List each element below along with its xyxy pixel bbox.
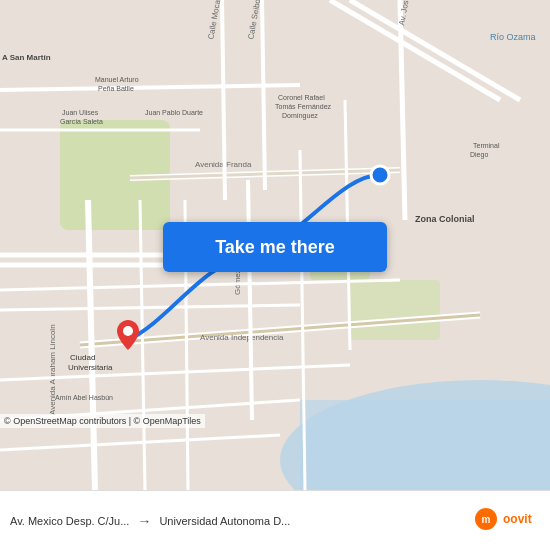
bottom-bar: Av. Mexico Desp. C/Ju... → Universidad A… bbox=[0, 490, 550, 550]
svg-rect-5 bbox=[350, 280, 440, 340]
svg-text:A San Martín: A San Martín bbox=[2, 53, 51, 62]
destination-pin bbox=[117, 320, 139, 354]
moovit-logo: m oovit bbox=[475, 508, 540, 534]
map-attribution: © OpenStreetMap contributors | © OpenMap… bbox=[0, 414, 205, 428]
svg-text:García Saleta: García Saleta bbox=[60, 118, 103, 125]
svg-text:Terminal: Terminal bbox=[473, 142, 500, 149]
svg-point-54 bbox=[123, 326, 133, 336]
svg-text:Río Ozama: Río Ozama bbox=[490, 32, 536, 42]
svg-text:Manuel Arturo: Manuel Arturo bbox=[95, 76, 139, 83]
svg-text:Juan Ulises: Juan Ulises bbox=[62, 109, 99, 116]
to-location-label: Universidad Autonoma D... bbox=[159, 515, 290, 527]
svg-rect-2 bbox=[300, 400, 550, 490]
svg-text:Amín Abel Hasbún: Amín Abel Hasbún bbox=[55, 394, 113, 401]
svg-text:Juan Pablo Duarte: Juan Pablo Duarte bbox=[145, 109, 203, 116]
svg-text:Domínguez: Domínguez bbox=[282, 112, 318, 120]
svg-text:Coronel Rafael: Coronel Rafael bbox=[278, 94, 325, 101]
svg-point-53 bbox=[371, 166, 389, 184]
svg-text:Tomás Fernández: Tomás Fernández bbox=[275, 103, 332, 110]
svg-text:Peña Batlle: Peña Batlle bbox=[98, 85, 134, 92]
take-me-there-button[interactable]: Take me there bbox=[163, 222, 387, 272]
svg-text:Diego: Diego bbox=[470, 151, 488, 159]
svg-text:Zona Colonial: Zona Colonial bbox=[415, 214, 475, 224]
svg-text:Gómez: Gómez bbox=[233, 269, 242, 295]
svg-text:Avenida Abraham Lincoln: Avenida Abraham Lincoln bbox=[48, 324, 57, 415]
svg-text:oovit: oovit bbox=[503, 512, 532, 526]
from-location-label: Av. Mexico Desp. C/Ju... bbox=[10, 515, 129, 527]
svg-text:Avenida Independencia: Avenida Independencia bbox=[200, 333, 284, 342]
svg-text:m: m bbox=[482, 514, 491, 525]
svg-text:Ciudad: Ciudad bbox=[70, 353, 95, 362]
arrow-icon: → bbox=[137, 513, 151, 529]
map-container: Avenida Franda Avenida Independencia Cal… bbox=[0, 0, 550, 490]
svg-text:Universitaria: Universitaria bbox=[68, 363, 113, 372]
